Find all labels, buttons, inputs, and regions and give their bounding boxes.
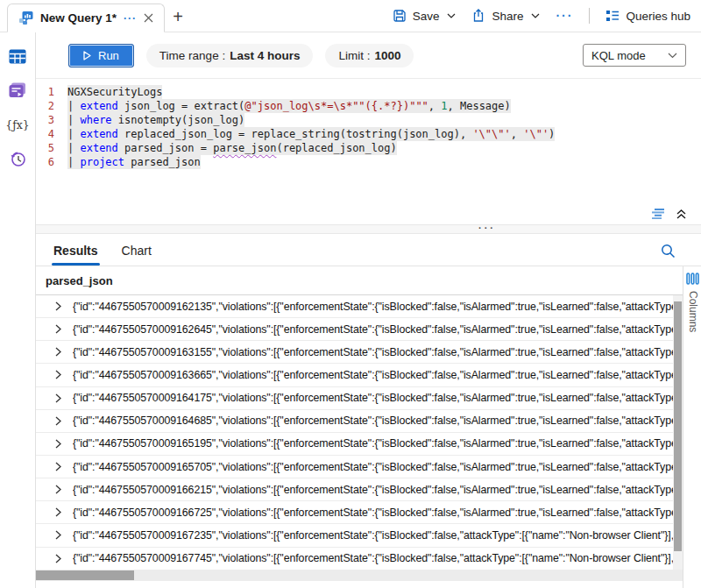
save-button[interactable]: Save <box>393 9 457 23</box>
history-icon <box>10 151 26 167</box>
table-row[interactable]: {"id":"4467550570009164175","violations"… <box>36 387 673 410</box>
top-actions: Save Share ··· <box>393 0 701 32</box>
table-row[interactable]: {"id":"4467550570009167235","violations"… <box>36 524 673 547</box>
more-actions-icon[interactable]: ··· <box>556 9 573 23</box>
table-row[interactable]: {"id":"4467550570009164685","violations"… <box>36 410 673 433</box>
splitter-handle-icon[interactable]: ··· <box>478 223 496 233</box>
search-icon[interactable] <box>661 244 676 259</box>
columns-panel-label: Columns <box>687 291 699 332</box>
table-row[interactable]: {"id":"4467550570009163665","violations"… <box>36 364 673 386</box>
table-row[interactable]: {"id":"4467550570009165195","violations"… <box>36 433 673 456</box>
main-panel: Run Time range : Last 4 hours Limit : 10… <box>35 32 701 588</box>
code-lines: 1NGXSecurityLogs2| extend json_log = ext… <box>36 85 701 169</box>
table-row[interactable]: {"id":"4467550570009167745","violations"… <box>36 548 673 570</box>
column-header-label: parsed_json <box>46 274 113 287</box>
play-icon <box>83 51 91 60</box>
code-line[interactable]: 1NGXSecurityLogs <box>36 85 701 99</box>
query-editor[interactable]: 1NGXSecurityLogs2| extend json_log = ext… <box>36 79 701 224</box>
expand-row-chevron-icon[interactable] <box>55 530 61 540</box>
code-text: | where isnotempty(json_log) <box>67 113 244 127</box>
results-grid: parsed_json {"id":"4467550570009162135",… <box>36 266 701 588</box>
table-row[interactable]: {"id":"4467550570009162645","violations"… <box>36 318 673 341</box>
new-tab-button[interactable]: + <box>165 3 191 32</box>
query-mode-value: KQL mode <box>591 49 646 62</box>
panel-splitter[interactable]: ··· <box>36 224 701 234</box>
chevron-down-icon <box>447 13 456 18</box>
expand-row-chevron-icon[interactable] <box>55 370 61 379</box>
row-json-text: {"id":"4467550570009166215","violations"… <box>73 484 673 496</box>
code-line[interactable]: 2| extend json_log = extract(@"json_log\… <box>36 99 701 113</box>
tab-results[interactable]: Results <box>53 244 98 266</box>
expand-row-chevron-icon[interactable] <box>55 324 61 334</box>
expand-row-chevron-icon[interactable] <box>55 507 61 517</box>
query-format-icon[interactable] <box>652 209 667 219</box>
code-line[interactable]: 5| extend parsed_json = parse_json(repla… <box>36 141 701 155</box>
horizontal-scrollbar-thumb[interactable] <box>36 570 134 580</box>
line-number: 3 <box>36 113 67 127</box>
expand-row-chevron-icon[interactable] <box>55 439 61 449</box>
limit-filter[interactable]: Limit : 1000 <box>325 44 414 67</box>
results-panel: Results Chart parsed_json {"id":"4467550… <box>36 235 701 588</box>
columns-side-panel[interactable]: Columns <box>683 266 701 588</box>
run-button[interactable]: Run <box>68 44 134 67</box>
grid-rows: {"id":"4467550570009162135","violations"… <box>36 295 673 570</box>
query-tab-bar: New Query 1* ··· + Save <box>0 0 701 32</box>
line-number: 2 <box>36 99 67 113</box>
queries-hub-label: Queries hub <box>626 10 690 23</box>
row-json-text: {"id":"4467550570009164175","violations"… <box>73 392 673 404</box>
function-icon: {ƒx} <box>5 118 30 131</box>
sidebar-item-tables[interactable] <box>7 46 28 67</box>
sidebar-item-history[interactable] <box>7 148 28 169</box>
kusto-web-explorer: New Query 1* ··· + Save <box>0 0 701 588</box>
expand-row-chevron-icon[interactable] <box>55 393 61 403</box>
limit-label: Limit : <box>338 49 370 62</box>
line-number: 6 <box>36 155 67 169</box>
vertical-scrollbar-thumb[interactable] <box>674 301 682 551</box>
line-number: 5 <box>36 141 67 155</box>
expand-row-chevron-icon[interactable] <box>55 485 61 494</box>
code-text: | extend replaced_json_log = replace_str… <box>67 127 555 141</box>
share-icon <box>471 9 485 23</box>
code-line[interactable]: 6| project parsed_json <box>36 155 701 169</box>
column-header-parsed-json[interactable]: parsed_json <box>36 266 701 295</box>
expand-row-chevron-icon[interactable] <box>55 462 61 471</box>
share-button[interactable]: Share <box>471 9 540 23</box>
run-label: Run <box>98 49 119 62</box>
tab-more-icon[interactable]: ··· <box>124 12 137 25</box>
table-icon <box>9 49 26 64</box>
row-json-text: {"id":"4467550570009165195","violations"… <box>73 437 673 450</box>
line-number: 4 <box>36 127 67 141</box>
columns-icon <box>686 273 699 285</box>
code-line[interactable]: 3| where isnotempty(json_log) <box>36 113 701 127</box>
collapse-editor-icon[interactable] <box>676 208 687 219</box>
tab-chart[interactable]: Chart <box>122 244 152 266</box>
expand-row-chevron-icon[interactable] <box>55 416 61 426</box>
share-label: Share <box>492 10 523 23</box>
queries-hub-button[interactable]: Queries hub <box>605 10 690 23</box>
row-json-text: {"id":"4467550570009163155","violations"… <box>73 346 673 358</box>
table-row[interactable]: {"id":"4467550570009165705","violations"… <box>36 456 673 478</box>
expand-row-chevron-icon[interactable] <box>55 554 61 563</box>
kusto-query-icon <box>18 11 33 25</box>
table-row[interactable]: {"id":"4467550570009166725","violations"… <box>36 501 673 524</box>
expand-row-chevron-icon[interactable] <box>55 347 61 357</box>
limit-value: 1000 <box>374 49 400 62</box>
expand-row-chevron-icon[interactable] <box>55 301 61 311</box>
table-row[interactable]: {"id":"4467550570009162135","violations"… <box>36 295 673 318</box>
row-json-text: {"id":"4467550570009162135","violations"… <box>73 301 673 313</box>
code-text: | project parsed_json <box>67 155 201 169</box>
tab-new-query[interactable]: New Query 1* ··· <box>7 4 165 32</box>
time-range-value: Last 4 hours <box>230 49 300 62</box>
table-row[interactable]: {"id":"4467550570009163155","violations"… <box>36 341 673 364</box>
sidebar-item-queries[interactable] <box>7 80 28 101</box>
code-line[interactable]: 4| extend replaced_json_log = replace_st… <box>36 127 701 141</box>
table-row[interactable]: {"id":"4467550570009166215","violations"… <box>36 478 673 501</box>
time-range-filter[interactable]: Time range : Last 4 hours <box>146 44 314 67</box>
horizontal-scrollbar[interactable] <box>36 570 683 581</box>
queries-hub-icon <box>605 10 620 22</box>
query-mode-select[interactable]: KQL mode <box>583 44 686 67</box>
save-icon <box>393 9 407 23</box>
sidebar-item-functions[interactable]: {ƒx} <box>7 114 28 135</box>
vertical-scrollbar[interactable] <box>673 295 683 570</box>
tab-close-icon[interactable] <box>144 13 153 23</box>
